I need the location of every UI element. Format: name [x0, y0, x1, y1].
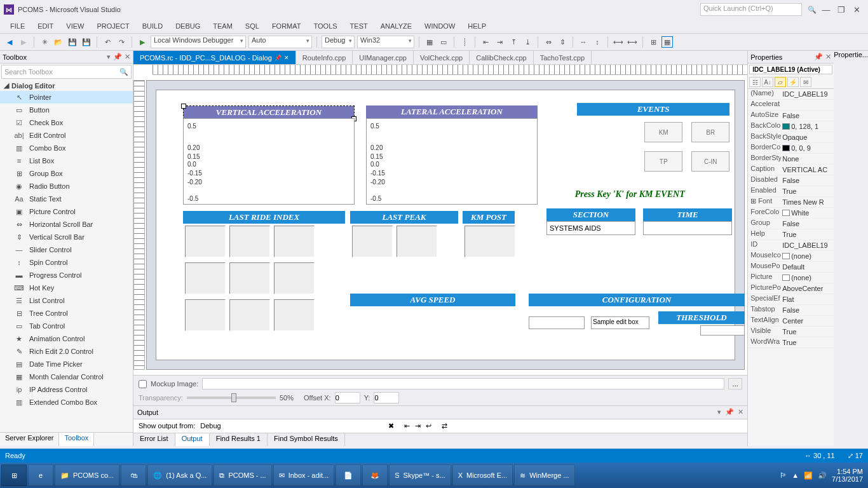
close-button[interactable]: ✕ [849, 5, 864, 15]
dialog-design-surface[interactable]: VERTICAL ACCELERATION 0.50.200.150.0-0.1… [133, 65, 747, 375]
menu-file[interactable]: FILE [4, 21, 31, 31]
center-vert-icon[interactable]: ⇕ [557, 36, 568, 48]
close-icon[interactable]: ✕ [284, 55, 289, 61]
toolbox-item-list-box[interactable]: ≡List Box [0, 154, 133, 167]
undo-icon[interactable]: ↶ [102, 36, 113, 48]
prop-row-forecolo[interactable]: ForeColoWhite [748, 208, 834, 219]
play-icon[interactable]: ▶ [137, 36, 148, 48]
toolbox-pin-icon[interactable]: 📌 [113, 53, 122, 61]
prop-row-wordwra[interactable]: WordWraTrue [748, 337, 834, 348]
space-horz-icon[interactable]: ↔ [578, 36, 589, 48]
toolbox-item-combo-box[interactable]: ▥Combo Box [0, 142, 133, 154]
toolbox-item-check-box[interactable]: ☑Check Box [0, 116, 133, 129]
props-pages-icon[interactable]: ▱ [775, 77, 786, 87]
toggle-grid-icon[interactable]: ⊞ [648, 36, 659, 48]
toolbox-item-tab-control[interactable]: ▭Tab Control [0, 320, 133, 332]
same-width-icon[interactable]: ⟷ [613, 36, 624, 48]
taskbar-winmerge-[interactable]: ≋WinMerge ... [514, 464, 574, 486]
tab-routeinfo-cpp[interactable]: RouteInfo.cpp [296, 51, 353, 64]
toolbox-dropdown-icon[interactable]: ▾ [107, 53, 111, 61]
quick-launch-input[interactable]: Quick Launch (Ctrl+Q) [700, 3, 802, 16]
tab-error-list[interactable]: Error List [133, 433, 175, 446]
tray-shield-icon[interactable]: ▲ [792, 471, 799, 479]
props-close-icon[interactable]: ✕ [825, 53, 831, 61]
sep-icon[interactable]: ┊ [459, 36, 470, 48]
prop-row-tabstop[interactable]: TabstopFalse [748, 305, 834, 316]
grid-icon[interactable]: ▦ [424, 36, 435, 48]
offsetx-input[interactable] [335, 392, 360, 403]
menu-analyze[interactable]: ANALYZE [374, 21, 418, 31]
taskbar-skype-s-[interactable]: SSkype™ - s... [389, 464, 451, 486]
nav-back-icon[interactable]: ◀ [4, 36, 15, 48]
prop-row-picture[interactable]: Picture(none) [748, 273, 834, 283]
event-cin-button[interactable]: C-IN [691, 151, 729, 172]
menu-format[interactable]: FORMAT [266, 21, 308, 31]
prop-row-help[interactable]: HelpTrue [748, 229, 834, 240]
transparency-slider[interactable] [187, 396, 276, 399]
toolbox-item-list-control[interactable]: ☰List Control [0, 294, 133, 307]
tab-toolbox[interactable]: Toolbox [59, 433, 94, 446]
tab-uimanager-cpp[interactable]: UIManager.cpp [353, 51, 414, 64]
toolbox-search-input[interactable]: Search Toolbox 🔍 [1, 65, 132, 79]
toolbox-item-hot-key[interactable]: ⌨Hot Key [0, 281, 133, 294]
properties-object-combo[interactable]: IDC_LABEL19 (Active) [749, 65, 832, 74]
taskbar-pcoms-[interactable]: ⧉PCOMS - ... [214, 464, 271, 486]
event-tp-button[interactable]: TP [644, 151, 682, 172]
prop-row-backstyle[interactable]: BackStyleOpaque [748, 132, 834, 143]
minimize-button[interactable]: — [818, 5, 834, 15]
config-auto-combo[interactable]: Auto [248, 36, 312, 48]
prop-row-backcolo[interactable]: BackColo0, 128, 1 [748, 121, 834, 132]
prop-row--name-[interactable]: (Name)IDC_LABEL19 [748, 89, 834, 100]
align-left-icon[interactable]: ⇤ [480, 36, 491, 48]
align-bottom-icon[interactable]: ⤓ [522, 36, 533, 48]
prop-row-enabled[interactable]: EnabledTrue [748, 186, 834, 197]
menu-tools[interactable]: TOOLS [308, 21, 344, 31]
toolbox-item-extended-combo-box[interactable]: ▥Extended Combo Box [0, 396, 133, 409]
properties-float-tab[interactable]: Propertie... [834, 51, 868, 446]
tab-dialog-editor[interactable]: PCOMS.rc - IDD_PC...S_DIALOG - Dialog📌✕ [133, 51, 296, 64]
tray-network-icon[interactable]: 📶 [804, 471, 813, 480]
align-right-icon[interactable]: ⇥ [494, 36, 505, 48]
output-close-icon[interactable]: ✕ [738, 408, 743, 416]
tray-clock[interactable]: 1:54 PM 7/13/2017 [832, 468, 863, 483]
prop-row-picturepo[interactable]: PicturePoAboveCenter [748, 283, 834, 294]
align-top-icon[interactable]: ⤒ [508, 36, 519, 48]
prop-row-font[interactable]: ⊞ FontTimes New R [748, 197, 834, 208]
toolbox-item-picture-control[interactable]: ▣Picture Control [0, 205, 133, 218]
toolbox-item-ip-address-control[interactable]: ipIP Address Control [0, 383, 133, 396]
menu-edit[interactable]: EDIT [31, 21, 60, 31]
toolbox-item-tree-control[interactable]: ⊟Tree Control [0, 307, 133, 320]
taskbar-pcoms-co-[interactable]: 📁PCOMS co... [55, 464, 119, 486]
toolbox-item-month-calendar-control[interactable]: ▦Month Calendar Control [0, 370, 133, 383]
prop-row-group[interactable]: GroupFalse [748, 219, 834, 229]
same-height-icon[interactable]: ⟷ [627, 36, 638, 48]
taskbar-e[interactable]: e [28, 464, 53, 486]
restore-button[interactable]: ❐ [834, 5, 849, 15]
prop-row-disabled[interactable]: DisabledFalse [748, 175, 834, 186]
prop-row-visible[interactable]: VisibleTrue [748, 327, 834, 337]
taskbar--[interactable]: 🛍 [121, 464, 146, 486]
prop-row-bordersty[interactable]: BorderStyNone [748, 154, 834, 165]
menu-sql[interactable]: SQL [239, 21, 266, 31]
mockup-checkbox[interactable] [139, 380, 147, 388]
prop-row-mouseico[interactable]: MouseIco(none) [748, 251, 834, 262]
props-msg-icon[interactable]: ✉ [800, 77, 811, 87]
mockup-path-input[interactable] [202, 378, 724, 390]
output-dropdown-icon[interactable]: ▾ [717, 408, 721, 416]
layout-icon[interactable]: ▭ [438, 36, 449, 48]
prop-row-autosize[interactable]: AutoSizeFalse [748, 111, 834, 121]
prop-row-accelerat[interactable]: Accelerat [748, 100, 834, 111]
sample-edit-box[interactable]: Sample edit box [591, 316, 649, 329]
tab-find-symbol-results[interactable]: Find Symbol Results [268, 433, 345, 446]
toolbox-item-slider-control[interactable]: —Slider Control [0, 243, 133, 256]
toolbox-item-animation-control[interactable]: ★Animation Control [0, 332, 133, 345]
menu-team[interactable]: TEAM [207, 21, 239, 31]
open-icon[interactable]: 📂 [53, 36, 64, 48]
offsety-input[interactable] [374, 392, 399, 403]
menu-view[interactable]: VIEW [60, 21, 90, 31]
menu-project[interactable]: PROJECT [90, 21, 135, 31]
toolbox-item-date-time-picker[interactable]: ▤Date Time Picker [0, 358, 133, 370]
toolbox-close-icon[interactable]: ✕ [125, 53, 130, 61]
menu-test[interactable]: TEST [344, 21, 374, 31]
toolbox-item-horizontal-scroll-bar[interactable]: ⇔Horizontal Scroll Bar [0, 218, 133, 231]
